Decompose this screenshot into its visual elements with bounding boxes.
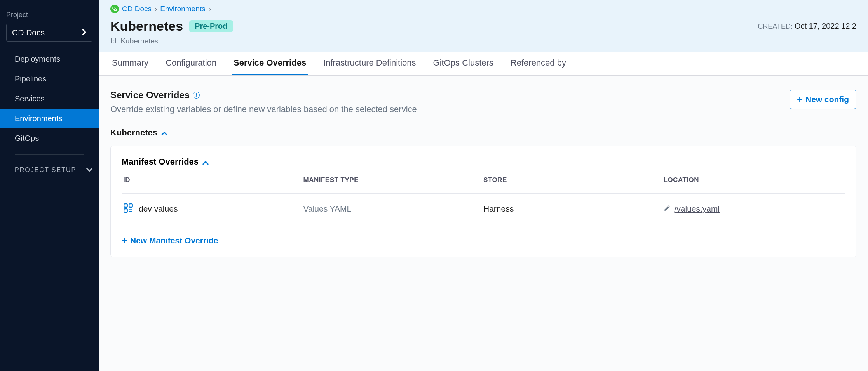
tab-summary[interactable]: Summary: [110, 52, 150, 75]
table-row[interactable]: dev values Values YAML Harness /values.y…: [122, 193, 845, 224]
svg-rect-3: [129, 204, 132, 207]
group-name: Kubernetes: [110, 128, 157, 138]
chevron-right-icon: ›: [155, 5, 157, 13]
table-header: ID MANIFEST TYPE STORE LOCATION: [122, 176, 845, 193]
project-name: CD Docs: [12, 28, 45, 37]
tab-referenced-by[interactable]: Referenced by: [509, 52, 568, 75]
col-id: ID: [123, 176, 303, 184]
plus-icon: +: [122, 235, 127, 246]
manifest-icon: [123, 203, 133, 215]
project-label: Project: [0, 8, 99, 22]
breadcrumb-cd-docs[interactable]: CD Docs: [122, 5, 152, 13]
project-setup-label: PROJECT SETUP: [15, 166, 76, 173]
manifest-overrides-card: Manifest Overrides ID MANIFEST TYPE STOR…: [110, 146, 856, 257]
manifest-overrides-header[interactable]: Manifest Overrides: [122, 157, 845, 167]
project-selector[interactable]: CD Docs: [6, 24, 92, 42]
tab-gitops-clusters[interactable]: GitOps Clusters: [432, 52, 495, 75]
created-label: CREATED:: [758, 23, 793, 30]
chevron-right-icon: [82, 28, 87, 37]
cell-id: dev values: [123, 203, 303, 215]
sidebar-item-environments[interactable]: Environments: [0, 109, 99, 128]
location-link[interactable]: /values.yaml: [675, 204, 720, 213]
row-id-text: dev values: [139, 204, 178, 213]
page-title: Kubernetes: [110, 19, 183, 34]
sidebar-item-pipelines[interactable]: Pipelines: [0, 69, 99, 89]
logo-icon: [110, 5, 119, 13]
tab-infrastructure-definitions[interactable]: Infrastructure Definitions: [322, 52, 417, 75]
col-manifest-type: MANIFEST TYPE: [303, 176, 484, 184]
tabs: Summary Configuration Service Overrides …: [99, 52, 868, 76]
chevron-right-icon: ›: [209, 5, 211, 13]
section-title: Service Overrides i: [110, 90, 417, 101]
sidebar-item-gitops[interactable]: GitOps: [0, 128, 99, 148]
chevron-up-icon: [161, 128, 167, 138]
chevron-down-icon: [86, 166, 92, 173]
header: CD Docs › Environments › Kubernetes Pre-…: [99, 0, 868, 52]
project-setup[interactable]: PROJECT SETUP: [0, 161, 99, 179]
new-manifest-label: New Manifest Override: [130, 236, 218, 245]
breadcrumb-environments[interactable]: Environments: [160, 5, 205, 13]
main: CD Docs › Environments › Kubernetes Pre-…: [99, 0, 868, 371]
col-location: LOCATION: [664, 176, 844, 184]
svg-rect-4: [124, 209, 127, 212]
new-manifest-override-button[interactable]: + New Manifest Override: [122, 235, 845, 246]
sidebar-item-services[interactable]: Services: [0, 89, 99, 109]
tab-configuration[interactable]: Configuration: [164, 52, 218, 75]
cell-location: /values.yaml: [664, 204, 844, 213]
created-date: Oct 17, 2022 12:2: [795, 22, 856, 30]
status-badge: Pre-Prod: [189, 20, 233, 32]
sidebar-item-deployments[interactable]: Deployments: [0, 49, 99, 69]
chevron-up-icon: [202, 157, 209, 167]
content: Service Overrides i Override existing va…: [99, 76, 868, 371]
svg-rect-2: [124, 204, 127, 207]
divider: [15, 154, 84, 155]
pencil-icon[interactable]: [664, 204, 671, 213]
tab-service-overrides[interactable]: Service Overrides: [232, 52, 308, 75]
breadcrumb: CD Docs › Environments ›: [110, 5, 856, 13]
new-config-label: New config: [805, 95, 849, 104]
group-header-kubernetes[interactable]: Kubernetes: [110, 128, 856, 138]
section-description: Override existing variables or define ne…: [110, 104, 417, 114]
created-info: CREATED: Oct 17, 2022 12:2: [758, 22, 856, 31]
sidebar: Project CD Docs Deployments Pipelines Se…: [0, 0, 99, 371]
plus-icon: +: [797, 94, 802, 105]
resource-id: Id: Kubernetes: [110, 37, 856, 45]
cell-store: Harness: [483, 204, 664, 213]
cell-type: Values YAML: [303, 204, 484, 213]
svg-point-1: [114, 9, 117, 11]
manifest-overrides-title: Manifest Overrides: [122, 157, 199, 167]
col-store: STORE: [483, 176, 664, 184]
info-icon[interactable]: i: [193, 92, 200, 99]
new-config-button[interactable]: + New config: [790, 90, 856, 109]
